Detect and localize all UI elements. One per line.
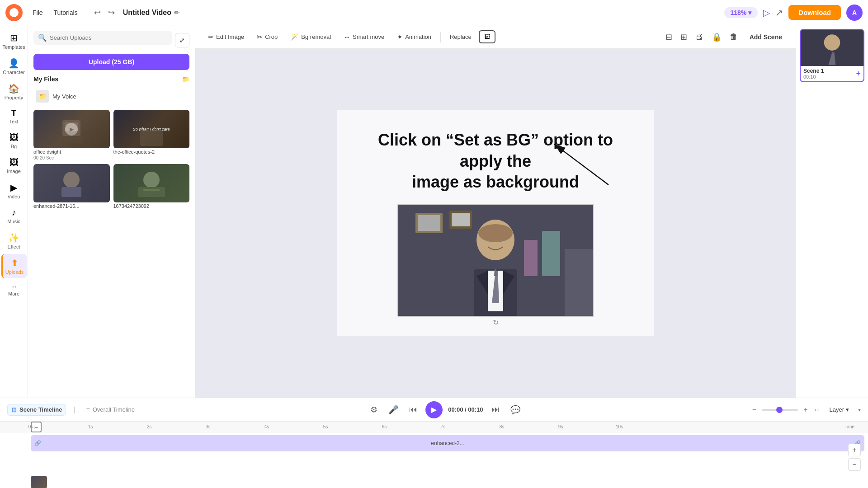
zoom-out-button[interactable]: −: [848, 458, 861, 471]
bg-removal-icon: 🪄: [290, 33, 299, 41]
zoom-in-button[interactable]: +: [848, 444, 861, 456]
edit-image-label: Edit Image: [216, 33, 244, 40]
media-preview-container[interactable]: ↻: [397, 204, 594, 317]
folder-icon: 📁: [182, 75, 189, 83]
mic-button[interactable]: 🎤: [386, 403, 401, 417]
rewind-button[interactable]: ⏮: [406, 403, 420, 416]
grid-button[interactable]: ⊞: [678, 29, 690, 45]
expand-button[interactable]: ⤢: [175, 33, 189, 47]
user-avatar[interactable]: A: [846, 5, 863, 21]
replace-button[interactable]: Replace: [444, 31, 477, 43]
overall-timeline-tab[interactable]: ≡ Overall Timeline: [83, 404, 138, 415]
scene-1-thumb[interactable]: Scene 1 00:10 +: [800, 29, 864, 82]
timeline-controls: ⊡ Scene Timeline | ≡ Overall Timeline ⚙ …: [0, 398, 868, 422]
media-label-1: the-office-quotes-2: [113, 148, 190, 155]
sidebar-label-bg: Bg: [11, 144, 17, 149]
lock-button[interactable]: 🔒: [709, 29, 724, 45]
timeline-scene-thumbnail[interactable]: [31, 476, 47, 488]
title-edit-icon[interactable]: ✏: [174, 9, 179, 16]
caption-button[interactable]: 💬: [508, 403, 523, 417]
svg-point-4: [63, 172, 80, 188]
trash-button[interactable]: 🗑: [727, 29, 741, 44]
redo-button[interactable]: ↪: [105, 6, 118, 19]
sidebar-item-more[interactable]: ··· More: [1, 279, 27, 300]
svg-point-6: [143, 172, 160, 188]
menu-tutorials[interactable]: Tutorials: [49, 7, 82, 18]
add-scene-button[interactable]: Add Scene: [743, 31, 788, 43]
sidebar-item-uploads[interactable]: ⬆ Uploads: [1, 254, 27, 278]
sidebar-item-image[interactable]: 🖼 Image: [1, 154, 27, 178]
instruction-line2: image as background: [412, 173, 579, 191]
ruler-time-label: Time: [844, 424, 854, 429]
sidebar-item-music[interactable]: ♪ Music: [1, 204, 27, 228]
svg-point-29: [824, 34, 840, 51]
search-uploads: 🔍: [33, 31, 172, 45]
search-input[interactable]: [50, 34, 168, 41]
download-button[interactable]: Download: [788, 5, 841, 20]
media-item-office-dwight[interactable]: ▶ office dwight 00:20 Sec: [33, 110, 110, 160]
scene-timeline-tab[interactable]: ⊡ Scene Timeline: [7, 404, 66, 416]
crop-icon: ✂: [257, 33, 263, 41]
zoom-plus-icon: +: [803, 406, 807, 414]
media-item-timestamp[interactable]: 1673424723092: [113, 164, 190, 210]
menu-file[interactable]: File: [28, 7, 47, 18]
smart-move-button[interactable]: ↔ Smart move: [338, 30, 390, 43]
settings-button[interactable]: ⚙: [368, 403, 380, 417]
main-area: ⊞ Templates 👤 Character 🏠 Property T Tex…: [0, 25, 868, 398]
crop-button[interactable]: ✂ Crop: [251, 30, 283, 44]
layer-expand-button[interactable]: ▾: [858, 407, 861, 413]
media-item-office-quotes[interactable]: So what! I don't care the-office-quotes-…: [113, 110, 190, 160]
printer-button[interactable]: 🖨: [693, 29, 706, 44]
layer-button[interactable]: Layer ▾: [826, 404, 853, 415]
ruler-5s: 5s: [323, 424, 328, 429]
preview-play-button[interactable]: ▷: [763, 7, 770, 18]
sidebar-item-character[interactable]: 👤 Character: [1, 54, 27, 79]
uploads-panel: 🔍 ⤢ Upload (25 GB) My Files 📁 📁 My Voice…: [28, 25, 195, 398]
share-button[interactable]: ↗: [775, 7, 783, 18]
sidebar-item-templates[interactable]: ⊞ Templates: [1, 29, 27, 53]
forward-button[interactable]: ⏭: [489, 403, 502, 416]
project-title: Untitled Video: [123, 9, 171, 17]
instruction-line1: Click on “Set as BG” option to apply the: [378, 131, 613, 170]
undo-button[interactable]: ↩: [91, 6, 104, 19]
zoom-thumb[interactable]: [776, 407, 783, 413]
bg-icon: 🖼: [9, 132, 19, 143]
animation-button[interactable]: ✦ Animation: [392, 30, 437, 44]
animation-icon: ✦: [397, 33, 403, 41]
zoom-track[interactable]: [762, 409, 798, 411]
sidebar-item-text[interactable]: T Text: [1, 105, 27, 128]
more-icon: ···: [11, 283, 17, 290]
my-files-label: My Files: [33, 75, 58, 83]
image-icon: 🖼: [9, 157, 19, 168]
scene-name: Scene 1 00:10: [803, 68, 824, 80]
set-as-bg-button[interactable]: 🖼: [479, 30, 495, 43]
zoom-control[interactable]: 118% ▾: [724, 7, 758, 18]
effect-icon: ✨: [8, 232, 19, 243]
bg-removal-button[interactable]: 🪄 Bg removal: [285, 30, 336, 44]
zoom-value: 118%: [731, 9, 747, 16]
media-item-enhanced[interactable]: enhanced-2871-16...: [33, 164, 110, 210]
add-scene-plus-button[interactable]: +: [856, 69, 861, 79]
timeline-separator: |: [73, 406, 75, 414]
zoom-minus-icon: −: [752, 406, 756, 414]
layout-button[interactable]: ⊟: [663, 29, 675, 45]
play-pause-button[interactable]: ▶: [425, 401, 443, 418]
edit-image-button[interactable]: ✏ Edit Image: [203, 30, 250, 44]
svg-rect-7: [138, 187, 165, 197]
search-icon: 🔍: [38, 33, 47, 42]
sidebar-item-bg[interactable]: 🖼 Bg: [1, 129, 27, 153]
scene-name-label: Scene 1: [803, 68, 824, 74]
sidebar-label-music: Music: [7, 219, 20, 224]
sidebar-item-effect[interactable]: ✨ Effect: [1, 229, 27, 253]
rotate-handle[interactable]: ↻: [493, 318, 499, 327]
sidebar-item-property[interactable]: 🏠 Property: [1, 80, 27, 104]
app-logo[interactable]: [5, 4, 23, 21]
sidebar-item-video[interactable]: ▶ Video: [1, 178, 27, 203]
my-voice-folder[interactable]: 📁 My Voice: [33, 87, 189, 105]
svg-rect-11: [418, 215, 440, 231]
svg-rect-25: [542, 231, 560, 276]
timecode-display: 00:00 / 00:10: [448, 406, 483, 413]
upload-button[interactable]: Upload (25 GB): [33, 54, 189, 70]
fit-button[interactable]: ↔: [813, 406, 820, 414]
timeline-track[interactable]: 🔗 enhanced-2... 🔗: [31, 435, 864, 451]
